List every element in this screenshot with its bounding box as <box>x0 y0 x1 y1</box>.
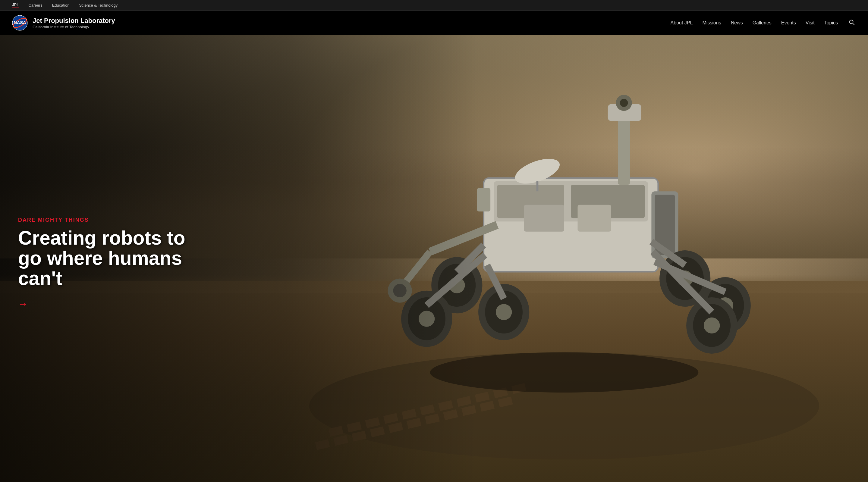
nav-galleries[interactable]: Galleries <box>752 20 772 26</box>
jpl-subtitle: California Institute of Technology <box>33 25 115 29</box>
main-nav: About JPL Missions News Galleries Events… <box>671 18 856 28</box>
nav-news[interactable]: News <box>731 20 743 26</box>
topbar-careers[interactable]: Careers <box>28 3 42 7</box>
nasa-logo-icon: NASA <box>12 15 28 31</box>
svg-line-5 <box>852 23 855 25</box>
search-button[interactable] <box>847 18 856 28</box>
logo-link[interactable]: NASA Jet Propulsion Laboratory Californi… <box>12 15 115 31</box>
topbar-jpl[interactable]: JPL <box>12 2 19 8</box>
search-icon <box>849 19 855 25</box>
nav-topics[interactable]: Topics <box>824 20 838 26</box>
hero-section: DARE MIGHTY THINGS Creating robots to go… <box>0 35 868 482</box>
header: NASA Jet Propulsion Laboratory Californi… <box>0 11 868 35</box>
hero-arrow-link[interactable]: → <box>18 298 28 310</box>
topbar-education[interactable]: Education <box>52 3 70 7</box>
nav-events[interactable]: Events <box>781 20 796 26</box>
hero-content: DARE MIGHTY THINGS Creating robots to go… <box>18 217 199 310</box>
svg-text:NASA: NASA <box>13 20 26 25</box>
svg-rect-49 <box>524 205 564 232</box>
nav-about[interactable]: About JPL <box>671 20 693 26</box>
svg-point-16 <box>620 99 628 107</box>
svg-rect-13 <box>618 111 630 185</box>
svg-rect-51 <box>477 188 491 212</box>
svg-rect-50 <box>578 205 611 232</box>
svg-point-26 <box>496 304 512 320</box>
nav-visit[interactable]: Visit <box>806 20 815 26</box>
hero-title: Creating robots to go where humans can't <box>18 228 199 289</box>
top-bar: JPL Careers Education Science & Technolo… <box>0 0 868 11</box>
hero-tagline: DARE MIGHTY THINGS <box>18 217 199 223</box>
topbar-science[interactable]: Science & Technology <box>79 3 118 7</box>
nav-missions[interactable]: Missions <box>702 20 721 26</box>
svg-point-38 <box>704 318 720 333</box>
jpl-title: Jet Propulsion Laboratory <box>33 17 115 25</box>
